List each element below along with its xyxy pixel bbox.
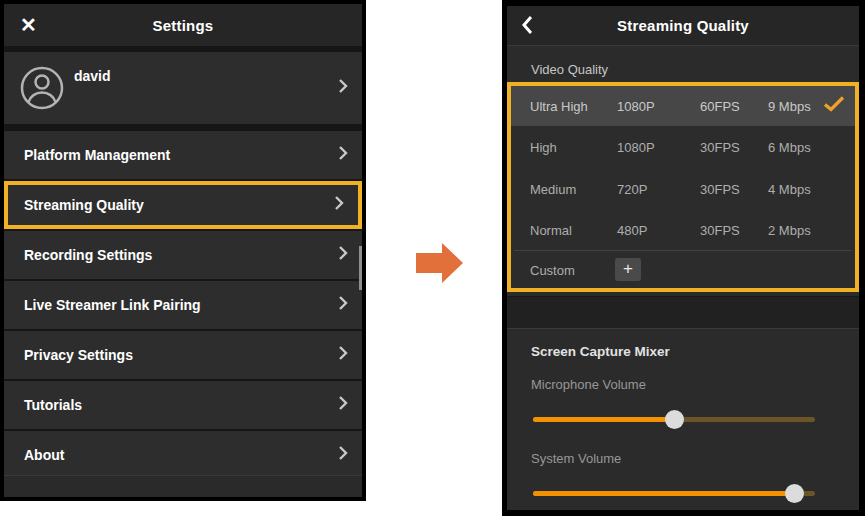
quality-resolution: 720P: [617, 182, 647, 197]
chevron-right-icon: [338, 145, 348, 165]
quality-resolution: 1080P: [617, 99, 655, 114]
video-quality-label: Video Quality: [531, 62, 608, 77]
back-chevron-icon[interactable]: [521, 15, 533, 39]
screenshot-canvas: ✕ Settings david Platform Management: [0, 0, 865, 516]
menu-item-live-streamer-link-pairing[interactable]: Live Streamer Link Pairing: [4, 281, 362, 329]
streaming-quality-body: Streaming Quality Video Quality Ultra Hi…: [507, 6, 859, 510]
menu-item-about[interactable]: About: [4, 431, 362, 479]
scrollbar[interactable]: [359, 246, 362, 290]
chevron-right-icon: [338, 395, 348, 415]
quality-resolution: 1080P: [617, 140, 655, 155]
streaming-quality-header: Streaming Quality: [507, 6, 859, 46]
quality-option-custom: Custom +: [511, 251, 855, 288]
chevron-right-icon: [338, 345, 348, 365]
empty-row: [4, 475, 362, 497]
profile-row[interactable]: david: [4, 52, 362, 124]
slider-thumb[interactable]: [665, 410, 684, 429]
section-separator: [507, 296, 859, 329]
menu-item-label: Privacy Settings: [24, 347, 133, 363]
flow-arrow-icon: [416, 240, 464, 290]
microphone-volume-slider[interactable]: [533, 409, 815, 429]
menu-item-label: Streaming Quality: [24, 197, 144, 213]
quality-option-ultra-high[interactable]: Ultra High 1080P 60FPS 9 Mbps: [511, 86, 855, 126]
settings-title: Settings: [153, 17, 214, 34]
chevron-right-icon: [338, 245, 348, 265]
plus-icon[interactable]: +: [615, 258, 641, 281]
quality-bitrate: 4 Mbps: [768, 182, 811, 197]
menu-item-recording-settings[interactable]: Recording Settings: [4, 231, 362, 279]
quality-fps: 30FPS: [700, 182, 740, 197]
quality-resolution: 480P: [617, 223, 647, 238]
slider-fill: [533, 491, 795, 496]
custom-label: Custom: [530, 262, 575, 277]
quality-bitrate: 6 Mbps: [768, 140, 811, 155]
settings-panel: ✕ Settings david Platform Management: [0, 0, 366, 501]
settings-header: ✕ Settings: [4, 4, 362, 46]
quality-name: Ultra High: [530, 99, 588, 114]
user-avatar-icon: [20, 66, 64, 114]
menu-item-label: Recording Settings: [24, 247, 152, 263]
menu-item-label: Live Streamer Link Pairing: [24, 297, 201, 313]
checkmark-icon: [823, 96, 845, 117]
quality-fps: 30FPS: [700, 140, 740, 155]
system-volume-slider[interactable]: [533, 483, 815, 503]
menu-item-label: Tutorials: [24, 397, 82, 413]
menu-item-label: About: [24, 447, 64, 463]
slider-thumb[interactable]: [785, 484, 804, 503]
quality-fps: 60FPS: [700, 99, 740, 114]
profile-name: david: [74, 68, 111, 84]
system-volume-label: System Volume: [531, 451, 621, 466]
close-icon[interactable]: ✕: [20, 13, 37, 37]
quality-bitrate: 2 Mbps: [768, 223, 811, 238]
menu-item-streaming-quality[interactable]: Streaming Quality: [4, 181, 362, 229]
streaming-quality-panel: Streaming Quality Video Quality Ultra Hi…: [502, 0, 865, 516]
quality-fps: 30FPS: [700, 223, 740, 238]
video-quality-table: Ultra High 1080P 60FPS 9 Mbps High 1080P…: [507, 82, 859, 292]
quality-name: Normal: [530, 223, 572, 238]
quality-bitrate: 9 Mbps: [768, 99, 811, 114]
chevron-right-icon: [334, 195, 344, 215]
menu-item-privacy-settings[interactable]: Privacy Settings: [4, 331, 362, 379]
quality-option-medium[interactable]: Medium 720P 30FPS 4 Mbps: [511, 168, 855, 210]
quality-name: Medium: [530, 182, 576, 197]
slider-fill: [533, 417, 675, 422]
menu-item-platform-management[interactable]: Platform Management: [4, 131, 362, 179]
quality-option-normal[interactable]: Normal 480P 30FPS 2 Mbps: [511, 210, 855, 250]
screen-capture-mixer-label: Screen Capture Mixer: [531, 344, 670, 359]
menu-item-tutorials[interactable]: Tutorials: [4, 381, 362, 429]
quality-option-high[interactable]: High 1080P 30FPS 6 Mbps: [511, 126, 855, 168]
chevron-right-icon: [338, 78, 348, 98]
quality-name: High: [530, 140, 557, 155]
chevron-right-icon: [338, 445, 348, 465]
microphone-volume-label: Microphone Volume: [531, 377, 646, 392]
settings-panel-body: ✕ Settings david Platform Management: [4, 4, 362, 497]
menu-item-label: Platform Management: [24, 147, 170, 163]
streaming-quality-title: Streaming Quality: [617, 17, 749, 34]
chevron-right-icon: [338, 295, 348, 315]
